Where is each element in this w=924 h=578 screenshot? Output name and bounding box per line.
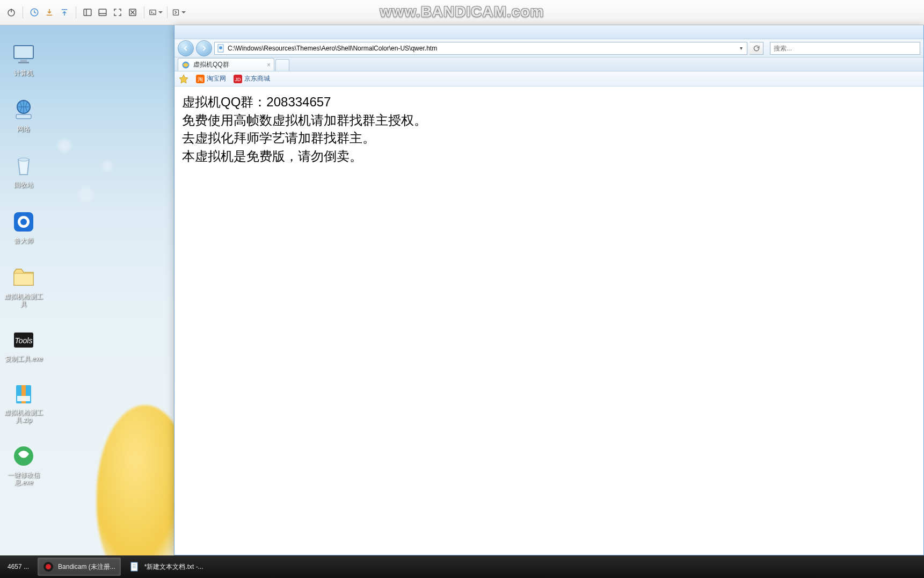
refresh-button[interactable]	[750, 42, 763, 55]
svg-text:JD: JD	[235, 77, 242, 82]
favorite-link-jd[interactable]: JD 京东商城	[234, 74, 270, 83]
address-bar[interactable]: ▾	[214, 42, 747, 55]
desktop-icon-onekey[interactable]: 一键修改信息.exe	[3, 443, 44, 486]
recent-icon[interactable]	[27, 5, 41, 19]
svg-rect-22	[14, 273, 33, 285]
onekey-icon	[11, 443, 37, 469]
taobao-icon: 淘	[196, 75, 205, 83]
content-line: 免费使用高帧数虚拟机请加群找群主授权。	[182, 111, 916, 129]
taskbar-item-bandicam[interactable]: Bandicam (未注册...	[38, 558, 121, 576]
desktop-icon-label: 回收站	[3, 181, 44, 189]
fullscreen-icon[interactable]	[111, 5, 125, 19]
toolbar-divider	[144, 6, 144, 18]
desktop-icon-label: 一键修改信息.exe	[3, 471, 44, 486]
desktop-icon-label: 复制工具.exe	[3, 355, 44, 363]
bandicam-icon	[43, 561, 54, 572]
svg-point-18	[18, 158, 29, 161]
network-icon	[11, 97, 37, 123]
desktop-icon-label: 计算机	[3, 69, 44, 77]
favorite-link-taobao[interactable]: 淘 淘宝网	[196, 74, 226, 83]
notepad-icon	[129, 561, 140, 572]
favorites-bar: 淘 淘宝网 JD 京东商城	[174, 71, 923, 86]
svg-rect-12	[173, 10, 179, 15]
svg-rect-5	[99, 9, 106, 16]
new-tab-button[interactable]	[275, 59, 289, 71]
tab-title: 虚拟机QQ群	[193, 60, 229, 69]
desktop-icon-label: 鲁大师	[3, 237, 44, 244]
address-dropdown-icon[interactable]: ▾	[738, 45, 745, 51]
favorite-label: 淘宝网	[207, 74, 226, 83]
svg-rect-13	[14, 46, 33, 59]
svg-rect-15	[18, 62, 29, 63]
search-box[interactable]	[770, 42, 920, 55]
forward-button[interactable]	[196, 40, 212, 56]
ie-window: ▾ 虚拟机QQ群 × 淘 淘宝网 JD	[174, 25, 924, 555]
favorites-star-icon[interactable]	[179, 74, 188, 84]
desktop-icon-label: 虚拟机检测工具	[3, 293, 44, 308]
taskbar-label: Bandicam (未注册...	[58, 562, 115, 572]
toolbar-divider	[23, 6, 23, 18]
terminal-icon[interactable]	[149, 5, 163, 19]
taskbar: 4657 ... Bandicam (未注册... *新建文本文档.txt -.…	[0, 555, 924, 578]
cancel-fullscreen-icon[interactable]	[126, 5, 140, 19]
taskbar-item-notepad[interactable]: *新建文本文档.txt -...	[124, 558, 209, 576]
download-icon[interactable]	[42, 5, 56, 19]
ie-favicon	[181, 61, 190, 69]
favorite-label: 京东商城	[244, 74, 270, 83]
svg-rect-3	[84, 9, 91, 16]
svg-point-38	[46, 564, 51, 569]
taskbar-item-truncated[interactable]: 4657 ...	[2, 558, 34, 576]
browser-tab[interactable]: 虚拟机QQ群 ×	[178, 58, 274, 71]
power-icon[interactable]	[4, 5, 18, 19]
layout-left-icon[interactable]	[81, 5, 94, 19]
wallpaper-decor	[32, 90, 140, 229]
desktop-icon-vmdetect[interactable]: 虚拟机检测工具	[3, 265, 44, 308]
desktop-icon-copytool[interactable]: Tools 复制工具.exe	[3, 327, 44, 363]
back-button[interactable]	[178, 40, 194, 56]
content-line: 去虚拟化拜师学艺请加群找群主。	[182, 129, 916, 147]
desktop-icon-label: 虚拟机检测工具.zip	[3, 409, 44, 424]
ludashi-icon	[11, 209, 37, 235]
desktop-icon-computer[interactable]: 计算机	[3, 41, 44, 77]
ie-tab-row: 虚拟机QQ群 ×	[174, 57, 923, 71]
host-toolbar	[0, 0, 924, 25]
upload-icon[interactable]	[57, 5, 71, 19]
content-line: 虚拟机QQ群：208334657	[182, 93, 916, 111]
ie-address-row: ▾	[174, 39, 923, 57]
svg-rect-27	[17, 396, 30, 401]
svg-rect-14	[20, 60, 27, 62]
search-input[interactable]	[770, 45, 920, 52]
svg-point-30	[219, 46, 222, 49]
page-icon	[217, 44, 225, 53]
svg-marker-32	[179, 75, 188, 83]
tab-close-icon[interactable]: ×	[267, 61, 271, 69]
computer-icon	[11, 41, 37, 67]
zip-icon	[11, 381, 37, 407]
svg-rect-17	[16, 114, 31, 119]
tools-icon: Tools	[11, 327, 37, 353]
zoom-icon[interactable]	[172, 5, 186, 19]
taskbar-label: 4657 ...	[8, 563, 29, 570]
recycle-icon	[11, 153, 37, 179]
toolbar-divider	[76, 6, 76, 18]
jd-icon: JD	[234, 75, 242, 83]
desktop-icon-network[interactable]: 网络	[3, 97, 44, 133]
folder-icon	[11, 265, 37, 291]
svg-text:淘: 淘	[198, 76, 203, 82]
desktop-icon-recycle[interactable]: 回收站	[3, 153, 44, 189]
page-content: 虚拟机QQ群：208334657 免费使用高帧数虚拟机请加群找群主授权。 去虚拟…	[174, 86, 923, 555]
taskbar-label: *新建文本文档.txt -...	[144, 562, 203, 572]
address-input[interactable]	[228, 45, 736, 52]
toolbar-divider	[167, 6, 168, 18]
desktop-icon-ludashi[interactable]: 鲁大师	[3, 209, 44, 244]
svg-rect-39	[131, 562, 137, 571]
svg-point-21	[20, 219, 27, 225]
desktop-icon-label: 网络	[3, 125, 44, 133]
svg-text:Tools: Tools	[15, 336, 33, 345]
ie-titlebar[interactable]	[174, 25, 923, 39]
svg-rect-10	[150, 10, 156, 15]
layout-bottom-icon[interactable]	[96, 5, 110, 19]
desktop-icon-vmdetectzip[interactable]: 虚拟机检测工具.zip	[3, 381, 44, 424]
content-line: 本虚拟机是免费版，请勿倒卖。	[182, 147, 916, 165]
